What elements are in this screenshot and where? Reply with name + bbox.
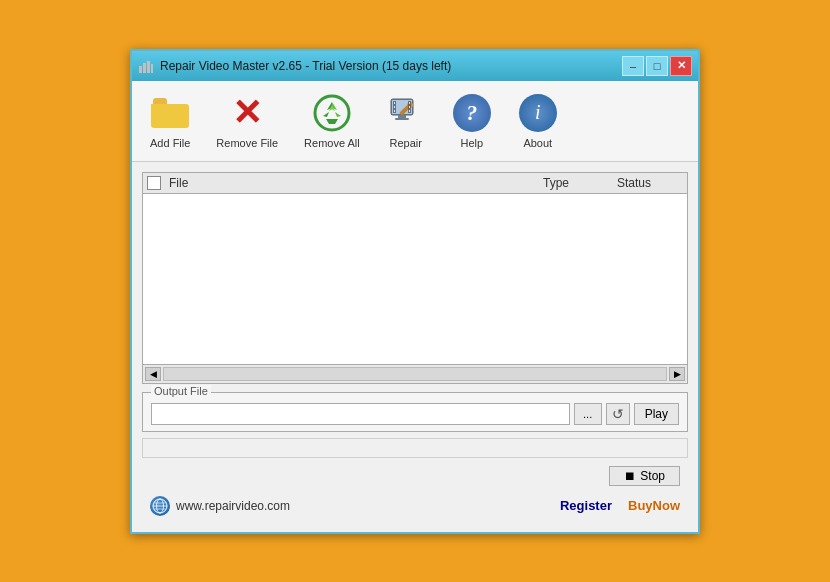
- restore-button[interactable]: □: [646, 56, 668, 76]
- svg-point-4: [315, 96, 349, 130]
- register-button[interactable]: Register: [560, 498, 612, 513]
- svg-rect-2: [147, 61, 150, 73]
- output-section: Output File ... ↺ Play: [142, 392, 688, 432]
- about-icon: i: [518, 93, 558, 133]
- window-title: Repair Video Master v2.65 - Trial Versio…: [160, 59, 451, 73]
- play-button[interactable]: Play: [634, 403, 679, 425]
- content-area: File Type Status ◀ ▶ Output File ... ↺ P…: [142, 172, 688, 522]
- website-url: www.repairvideo.com: [176, 499, 290, 513]
- minimize-button[interactable]: –: [622, 56, 644, 76]
- scroll-left-arrow[interactable]: ◀: [145, 367, 161, 381]
- remove-all-icon: [312, 93, 352, 133]
- footer-row: www.repairvideo.com Register BuyNow: [142, 492, 688, 522]
- svg-rect-17: [398, 115, 406, 118]
- svg-rect-13: [394, 110, 395, 112]
- repair-icon: [386, 93, 426, 133]
- help-label: Help: [460, 137, 483, 149]
- stop-row: ⏹ Stop: [142, 464, 688, 492]
- svg-rect-12: [394, 106, 395, 108]
- help-button[interactable]: ? Help: [444, 89, 500, 153]
- stop-label: Stop: [640, 469, 665, 483]
- app-icon: [138, 58, 154, 74]
- output-path-input[interactable]: [151, 403, 570, 425]
- about-label: About: [523, 137, 552, 149]
- svg-rect-15: [409, 106, 410, 108]
- output-label: Output File: [151, 385, 211, 397]
- remove-all-label: Remove All: [304, 137, 360, 149]
- svg-rect-1: [143, 63, 146, 73]
- add-file-button[interactable]: Add File: [142, 89, 198, 153]
- browse-button[interactable]: ...: [574, 403, 602, 425]
- add-file-label: Add File: [150, 137, 190, 149]
- about-button[interactable]: i About: [510, 89, 566, 153]
- output-row: ... ↺ Play: [151, 403, 679, 425]
- remove-file-label: Remove File: [216, 137, 278, 149]
- col-file-header: File: [165, 175, 535, 191]
- repair-label: Repair: [390, 137, 422, 149]
- buynow-button[interactable]: BuyNow: [628, 498, 680, 513]
- remove-file-icon: ✕: [227, 93, 267, 133]
- scroll-right-arrow[interactable]: ▶: [669, 367, 685, 381]
- svg-rect-0: [139, 66, 142, 73]
- stop-icon: ⏹: [624, 469, 636, 483]
- title-bar-left: Repair Video Master v2.65 - Trial Versio…: [138, 58, 451, 74]
- repair-button[interactable]: Repair: [378, 89, 434, 153]
- select-all-checkbox[interactable]: [147, 176, 161, 190]
- stop-button[interactable]: ⏹ Stop: [609, 466, 680, 486]
- toolbar: Add File ✕ Remove File: [132, 81, 698, 162]
- scroll-track[interactable]: [163, 367, 667, 381]
- horizontal-scrollbar[interactable]: ◀ ▶: [143, 364, 687, 383]
- remove-file-button[interactable]: ✕ Remove File: [208, 89, 286, 153]
- svg-rect-18: [395, 118, 409, 120]
- website-left: www.repairvideo.com: [150, 496, 290, 516]
- main-window: Repair Video Master v2.65 - Trial Versio…: [130, 49, 700, 534]
- svg-rect-11: [394, 102, 395, 104]
- file-list-container: File Type Status ◀ ▶: [142, 172, 688, 384]
- help-icon: ?: [452, 93, 492, 133]
- progress-bar: [142, 438, 688, 458]
- close-button[interactable]: ✕: [670, 56, 692, 76]
- add-file-icon: [150, 93, 190, 133]
- globe-icon: [150, 496, 170, 516]
- refresh-button[interactable]: ↺: [606, 403, 630, 425]
- file-list-header: File Type Status: [143, 173, 687, 194]
- col-status-header: Status: [613, 175, 683, 191]
- title-bar: Repair Video Master v2.65 - Trial Versio…: [132, 51, 698, 81]
- svg-rect-14: [409, 102, 410, 104]
- svg-rect-16: [409, 110, 410, 112]
- svg-rect-3: [151, 64, 153, 73]
- remove-all-button[interactable]: Remove All: [296, 89, 368, 153]
- col-type-header: Type: [539, 175, 609, 191]
- file-list-body[interactable]: [143, 194, 687, 364]
- title-controls: – □ ✕: [622, 56, 692, 76]
